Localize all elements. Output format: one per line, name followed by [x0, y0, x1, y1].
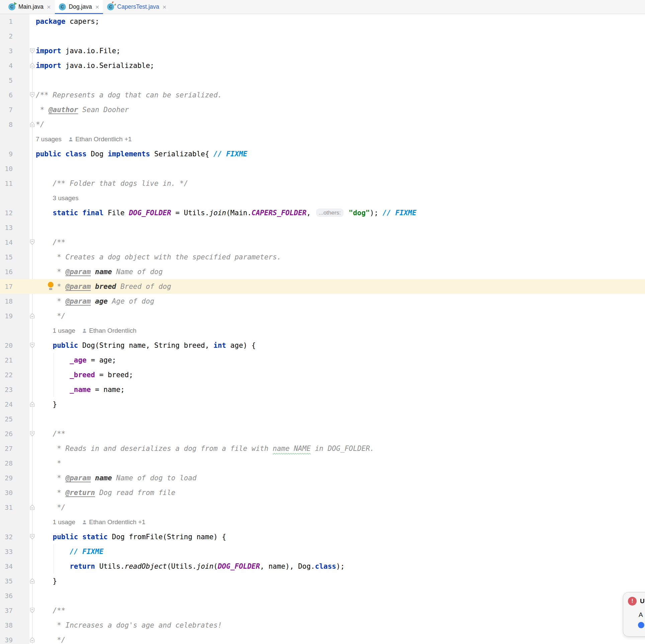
code-line[interactable]: _name = name;: [36, 382, 645, 397]
code-line[interactable]: [36, 220, 645, 235]
tab-close-icon[interactable]: ×: [47, 4, 51, 10]
code-line[interactable]: * @param breed Breed of dog: [36, 279, 645, 294]
code-line[interactable]: * @return Dog read from file: [36, 485, 645, 500]
line-number[interactable]: [0, 515, 29, 530]
line-number[interactable]: 29: [0, 471, 29, 485]
line-number[interactable]: 1: [0, 14, 29, 29]
code-line[interactable]: * @param age Age of dog: [36, 294, 645, 309]
usages-inlay[interactable]: 1 usage: [53, 323, 76, 338]
code-line[interactable]: /** Folder that dogs live in. */: [36, 176, 645, 191]
line-number[interactable]: 32: [0, 530, 29, 544]
code-line[interactable]: * @author Sean Dooher: [36, 102, 645, 117]
code-line[interactable]: public Dog(String name, String breed, in…: [36, 338, 645, 353]
line-number[interactable]: 37: [0, 603, 29, 618]
line-number[interactable]: 2: [0, 29, 29, 44]
code-line[interactable]: static final File DOG_FOLDER = Utils.joi…: [36, 206, 645, 220]
code-line[interactable]: *: [36, 456, 645, 471]
code-line[interactable]: /** Represents a dog that can be seriali…: [36, 88, 645, 102]
line-number[interactable]: 15: [0, 250, 29, 264]
inlay-hint-row[interactable]: 1 usageEthan Ordentlich +1: [36, 515, 645, 530]
line-number[interactable]: 34: [0, 559, 29, 574]
code-editor[interactable]: 1package capers;23import java.io.File;4i…: [0, 14, 645, 644]
code-line[interactable]: */: [36, 633, 645, 644]
line-number[interactable]: 39: [0, 633, 29, 644]
line-number[interactable]: 26: [0, 426, 29, 441]
code-line[interactable]: /**: [36, 426, 645, 441]
inlay-hint-row[interactable]: 3 usages: [36, 191, 645, 206]
line-number[interactable]: 7: [0, 102, 29, 117]
code-line[interactable]: */: [36, 309, 645, 323]
editor-tab-dog-java[interactable]: CDog.java×: [55, 0, 103, 14]
line-number[interactable]: 28: [0, 456, 29, 471]
usages-inlay[interactable]: 1 usage: [53, 515, 76, 530]
code-line[interactable]: * Creates a dog object with the specifie…: [36, 250, 645, 264]
line-number[interactable]: 31: [0, 500, 29, 515]
usages-inlay[interactable]: 7 usages: [36, 132, 62, 147]
code-line[interactable]: public static Dog fromFile(String name) …: [36, 530, 645, 544]
code-line[interactable]: return Utils.readObject(Utils.join(DOG_F…: [36, 559, 645, 574]
code-line[interactable]: * @param name Name of dog: [36, 264, 645, 279]
tab-close-icon[interactable]: ×: [95, 4, 99, 10]
code-line[interactable]: * @param name Name of dog to load: [36, 471, 645, 485]
line-number[interactable]: 12: [0, 206, 29, 220]
code-line[interactable]: [36, 29, 645, 44]
code-line[interactable]: _age = age;: [36, 353, 645, 368]
line-number[interactable]: 3: [0, 44, 29, 58]
usages-inlay[interactable]: 3 usages: [53, 191, 79, 206]
line-number[interactable]: 4: [0, 58, 29, 73]
notification-action-icon[interactable]: [638, 622, 644, 628]
code-line[interactable]: import java.io.Serializable;: [36, 58, 645, 73]
code-line[interactable]: */: [36, 500, 645, 515]
line-number[interactable]: [0, 191, 29, 206]
line-number[interactable]: 27: [0, 441, 29, 456]
code-line[interactable]: * Reads in and deserializes a dog from a…: [36, 441, 645, 456]
line-number[interactable]: 6: [0, 88, 29, 102]
line-number[interactable]: 14: [0, 235, 29, 250]
editor-tab-caperstest-java[interactable]: CCapersTest.java×: [103, 0, 170, 14]
code-line[interactable]: [36, 588, 645, 603]
code-line[interactable]: // FIXME: [36, 544, 645, 559]
code-line[interactable]: import java.io.File;: [36, 44, 645, 58]
code-line[interactable]: }: [36, 574, 645, 588]
code-line[interactable]: /**: [36, 235, 645, 250]
author-inlay[interactable]: Ethan Ordentlich +1: [89, 515, 145, 530]
inlay-hint-row[interactable]: 7 usagesEthan Ordentlich +1: [36, 132, 645, 147]
line-number[interactable]: 17: [0, 279, 29, 294]
author-inlay[interactable]: Ethan Ordentlich +1: [75, 132, 131, 147]
line-number[interactable]: 22: [0, 368, 29, 382]
line-number[interactable]: 36: [0, 588, 29, 603]
line-number[interactable]: 20: [0, 338, 29, 353]
code-line[interactable]: [36, 73, 645, 88]
tab-close-icon[interactable]: ×: [163, 4, 167, 10]
line-number[interactable]: 33: [0, 544, 29, 559]
line-number[interactable]: [0, 132, 29, 147]
line-number[interactable]: 18: [0, 294, 29, 309]
inlay-hint-row[interactable]: 1 usageEthan Ordentlich: [36, 323, 645, 338]
code-line[interactable]: * Increases a dog's age and celebrates!: [36, 618, 645, 633]
code-line[interactable]: _breed = breed;: [36, 368, 645, 382]
line-number[interactable]: 5: [0, 73, 29, 88]
code-line[interactable]: [36, 412, 645, 426]
editor-tab-main-java[interactable]: CMain.java×: [4, 0, 55, 14]
line-number[interactable]: 35: [0, 574, 29, 588]
line-number[interactable]: 23: [0, 382, 29, 397]
line-number[interactable]: 10: [0, 161, 29, 176]
line-number[interactable]: 13: [0, 220, 29, 235]
line-number[interactable]: 11: [0, 176, 29, 191]
code-line[interactable]: /**: [36, 603, 645, 618]
line-number[interactable]: 21: [0, 353, 29, 368]
line-number[interactable]: 24: [0, 397, 29, 412]
code-line[interactable]: [36, 161, 645, 176]
code-line[interactable]: public class Dog implements Serializable…: [36, 147, 645, 161]
code-line[interactable]: package capers;: [36, 14, 645, 29]
code-line[interactable]: }: [36, 397, 645, 412]
line-number[interactable]: 38: [0, 618, 29, 633]
line-number[interactable]: 9: [0, 147, 29, 161]
line-number[interactable]: [0, 323, 29, 338]
line-number[interactable]: 19: [0, 309, 29, 323]
line-number[interactable]: 8: [0, 117, 29, 132]
line-number[interactable]: 25: [0, 412, 29, 426]
intention-bulb-icon[interactable]: [48, 282, 54, 291]
notification-popup[interactable]: ! U A: [623, 592, 645, 637]
line-number[interactable]: 16: [0, 264, 29, 279]
